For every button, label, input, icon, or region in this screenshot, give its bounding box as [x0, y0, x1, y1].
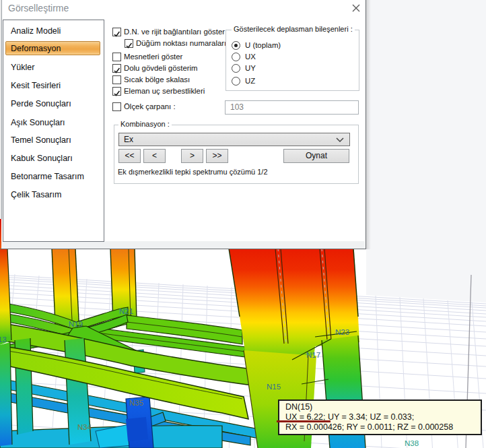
svg-text:N23: N23: [335, 328, 349, 336]
svg-text:N38: N38: [405, 439, 419, 447]
svg-text:N17: N17: [306, 351, 320, 359]
svg-text:N35: N35: [129, 399, 143, 407]
svg-text:13: 13: [0, 335, 7, 344]
svg-text:N34: N34: [77, 423, 92, 431]
svg-text:N19: N19: [69, 320, 83, 328]
svg-text:N21: N21: [119, 307, 133, 315]
svg-text:N15: N15: [267, 383, 281, 391]
